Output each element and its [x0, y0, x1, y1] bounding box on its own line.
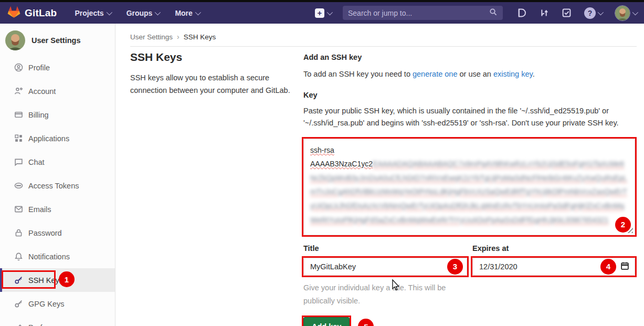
window-edge	[0, 0, 644, 2]
sidebar-item-password[interactable]: Password	[0, 221, 115, 245]
generate-one-link[interactable]: generate one	[413, 70, 457, 78]
key-help-text: Paste your public SSH key, which is usua…	[303, 105, 638, 129]
sidebar-item-chat[interactable]: Chat	[0, 150, 115, 174]
top-navbar: GitLab Projects Groups More +	[0, 2, 644, 24]
form-section-title: Add an SSH key	[303, 53, 638, 61]
section-intro: SSH Keys SSH keys allow you to establish…	[130, 51, 290, 97]
notifications-icon	[14, 252, 23, 261]
nav-groups[interactable]: Groups	[126, 9, 160, 17]
fields-row: Title 3 Expires at 12/31/2020	[302, 244, 637, 277]
chevron-down-icon	[106, 9, 112, 15]
existing-key-link[interactable]: existing key	[493, 70, 533, 78]
global-search[interactable]	[343, 6, 503, 20]
sidebar-item-account[interactable]: Account	[0, 79, 115, 103]
sidebar-item-applications[interactable]: Applications	[0, 127, 115, 150]
sidebar-profile: User Settings	[0, 24, 115, 51]
gpg-keys-icon	[14, 299, 23, 308]
user-menu[interactable]	[615, 5, 637, 21]
help-menu[interactable]: ?	[584, 7, 602, 19]
breadcrumb: User Settings › SSH Keys	[130, 33, 644, 41]
todos-icon[interactable]	[562, 8, 572, 18]
chevron-down-icon	[632, 9, 638, 15]
sidebar-item-preferences[interactable]: Preferences	[0, 316, 115, 326]
calendar-icon[interactable]	[620, 261, 629, 272]
annotation-box-1	[2, 270, 56, 289]
breadcrumb-separator: ›	[177, 33, 180, 41]
settings-sidebar: User Settings Profile Account Billing	[0, 24, 115, 326]
user-avatar	[5, 30, 25, 50]
sidebar-item-emails[interactable]: Emails	[0, 197, 115, 221]
preferences-icon	[14, 323, 23, 326]
annotation-badge-3: 3	[447, 259, 463, 275]
annotation-box-4: 12/31/2020 4	[471, 256, 637, 277]
sidebar-item-gpg-keys[interactable]: GPG Keys	[0, 292, 115, 316]
annotation-badge-5: 5	[358, 319, 374, 326]
key-text-redacted: EAAAADAQABAAABAQC7x9mPq4Vt8hKwRzLnYb2UjS…	[310, 160, 627, 224]
help-icon: ?	[584, 7, 596, 19]
breadcrumb-parent[interactable]: User Settings	[130, 33, 173, 41]
top-nav-menu: Projects Groups More	[75, 9, 199, 17]
chat-icon	[14, 157, 23, 166]
gitlab-tanuki-icon	[7, 6, 20, 20]
breadcrumb-divider	[130, 46, 637, 47]
expires-label: Expires at	[472, 244, 637, 253]
breadcrumb-current: SSH Keys	[184, 33, 216, 41]
expires-field-group: Expires at 12/31/2020 4	[471, 244, 637, 277]
annotation-box-2: ssh-rsa AAAAB3NzaC1yc2EAAAADAQABAAABAQC7…	[302, 137, 637, 237]
title-label: Title	[303, 244, 469, 253]
sidebar-item-billing[interactable]: Billing	[0, 103, 115, 127]
annotation-badge-4: 4	[600, 259, 616, 275]
gitlab-logo[interactable]: GitLab	[7, 6, 57, 20]
issues-icon[interactable]	[516, 8, 526, 18]
access-tokens-icon	[14, 181, 23, 190]
title-field-group: Title 3	[302, 244, 469, 277]
emails-icon	[14, 205, 23, 214]
content-area: User Settings › SSH Keys SSH Keys SSH ke…	[115, 24, 644, 326]
add-key-button[interactable]: Add key	[303, 317, 350, 326]
sidebar-item-access-tokens[interactable]: Access Tokens	[0, 174, 115, 197]
merge-requests-icon[interactable]	[539, 8, 549, 18]
annotation-badge-1: 1	[59, 271, 75, 287]
sidebar-title: User Settings	[31, 36, 80, 45]
applications-icon	[14, 134, 23, 143]
user-avatar	[615, 5, 630, 21]
sidebar-item-notifications[interactable]: Notifications	[0, 245, 115, 268]
profile-icon	[14, 63, 23, 72]
page-description: SSH keys allow you to establish a secure…	[130, 72, 290, 97]
title-input[interactable]	[303, 258, 467, 276]
form-intro: To add an SSH key you need to generate o…	[303, 68, 638, 80]
submit-row: Add key 5	[302, 316, 638, 326]
annotation-box-5: Add key	[302, 316, 351, 326]
add-ssh-key-form: Add an SSH key To add an SSH key you nee…	[303, 48, 638, 326]
chevron-down-icon	[327, 9, 333, 15]
top-right-icons: ?	[516, 5, 637, 21]
page-title: SSH Keys	[130, 51, 290, 64]
nav-projects[interactable]: Projects	[75, 9, 110, 17]
account-icon	[14, 87, 23, 96]
password-icon	[14, 228, 23, 237]
mouse-cursor	[390, 279, 400, 293]
expires-value: 12/31/2020	[479, 262, 518, 271]
annotation-box-3: 3	[302, 256, 469, 277]
billing-icon	[14, 110, 23, 119]
annotation-badge-2: 2	[615, 217, 631, 233]
chevron-down-icon	[155, 9, 161, 15]
chevron-down-icon	[598, 9, 604, 15]
gitlab-wordmark: GitLab	[25, 7, 57, 19]
plus-square-icon: +	[315, 8, 324, 18]
title-help-text: Give your individual key a title. This w…	[303, 281, 461, 308]
chevron-down-icon	[195, 9, 201, 15]
sidebar-item-profile[interactable]: Profile	[0, 56, 115, 79]
key-text-line1: ssh-rsa	[310, 146, 334, 154]
new-menu-button[interactable]: +	[315, 8, 331, 18]
key-label: Key	[303, 91, 638, 99]
search-input[interactable]	[348, 9, 489, 17]
nav-more[interactable]: More	[175, 9, 199, 17]
search-icon	[489, 8, 498, 18]
key-text-visible: AAAAB3NzaC1yc2	[310, 160, 373, 168]
ssh-key-textarea[interactable]: ssh-rsa AAAAB3NzaC1yc2EAAAADAQABAAABAQC7…	[303, 139, 635, 235]
